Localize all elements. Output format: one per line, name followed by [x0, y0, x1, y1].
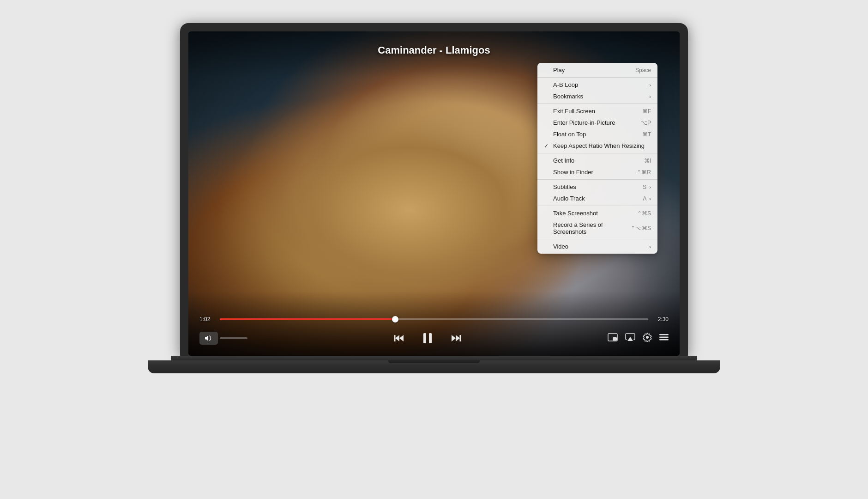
progress-row: 1:02 2:30 — [199, 316, 669, 323]
progress-fill — [220, 318, 395, 320]
svg-point-11 — [646, 336, 649, 339]
menu-item-subtitles[interactable]: Subtitles S › — [537, 181, 657, 193]
controls-bar: 1:02 2:30 — [188, 316, 680, 356]
current-time: 1:02 — [199, 316, 214, 323]
menu-label-picture-in-picture: Enter Picture-in-Picture — [553, 119, 615, 126]
previous-button[interactable] — [394, 333, 404, 343]
screen-bezel: Caminander - Llamigos Play Space — [180, 23, 688, 356]
menu-shortcut-record: ⌃⌥⌘S — [631, 225, 651, 231]
menu-item-ab-loop[interactable]: A-B Loop › — [537, 79, 657, 91]
menu-label-get-info: Get Info — [553, 157, 574, 164]
menu-section-loop: A-B Loop › Bookmarks › — [537, 77, 657, 103]
settings-button[interactable] — [643, 333, 652, 344]
menu-section-play: Play Space — [537, 63, 657, 77]
menu-section-video: Video › — [537, 239, 657, 254]
airplay-icon — [625, 333, 635, 341]
svg-rect-12 — [659, 334, 669, 335]
screen: Caminander - Llamigos Play Space — [188, 31, 680, 356]
next-button[interactable] — [451, 333, 461, 343]
menu-shortcut-pip: ⌥P — [641, 120, 651, 126]
menu-label-float-on-top: Float on Top — [553, 131, 586, 138]
menu-shortcut-info: ⌘I — [644, 158, 651, 164]
svg-rect-3 — [423, 333, 426, 343]
svg-rect-13 — [659, 336, 669, 338]
menu-item-take-screenshot[interactable]: Take Screenshot ⌃⌘S — [537, 207, 657, 219]
menu-label-record-screenshots: Record a Series of Screenshots — [553, 221, 631, 235]
playback-controls — [247, 328, 608, 348]
laptop-base — [148, 360, 720, 373]
pip-button[interactable] — [608, 333, 618, 344]
menu-shortcut-screenshot: ⌃⌘S — [637, 210, 651, 217]
progress-thumb[interactable] — [392, 316, 398, 323]
menu-shortcut-exit: ⌘F — [642, 108, 651, 115]
volume-slider[interactable] — [220, 337, 247, 339]
menu-item-video[interactable]: Video › — [537, 241, 657, 252]
menu-item-exit-full-screen[interactable]: Exit Full Screen ⌘F — [537, 105, 657, 117]
menu-shortcut-subtitles: S — [643, 184, 646, 190]
menu-checkmark-aspect: ✓ — [544, 143, 550, 149]
menu-item-play[interactable]: Play Space — [537, 64, 657, 76]
menu-item-record-screenshots[interactable]: Record a Series of Screenshots ⌃⌥⌘S — [537, 219, 657, 237]
next-icon — [451, 333, 461, 343]
menu-item-audio-track[interactable]: Audio Track A › — [537, 193, 657, 204]
menu-chevron-audio: › — [649, 196, 651, 201]
menu-shortcut-float: ⌘T — [642, 131, 651, 138]
menu-section-subtitles: Subtitles S › Audio Track A — [537, 179, 657, 206]
menu-item-float-on-top[interactable]: Float on Top ⌘T — [537, 128, 657, 140]
chapters-button[interactable] — [659, 333, 669, 344]
airplay-button[interactable] — [625, 333, 635, 344]
menu-shortcut-finder: ⌃⌘R — [637, 169, 651, 176]
svg-marker-2 — [399, 335, 404, 341]
laptop: Caminander - Llamigos Play Space — [157, 23, 711, 476]
menu-shortcut-play: Space — [635, 67, 651, 73]
svg-rect-9 — [613, 337, 617, 341]
menu-label-keep-aspect-ratio: Keep Aspect Ratio When Resizing — [553, 142, 645, 149]
menu-item-keep-aspect-ratio[interactable]: ✓ Keep Aspect Ratio When Resizing — [537, 140, 657, 152]
progress-track[interactable] — [220, 318, 648, 320]
menu-item-bookmarks[interactable]: Bookmarks › — [537, 91, 657, 102]
menu-item-get-info[interactable]: Get Info ⌘I — [537, 155, 657, 166]
svg-rect-14 — [659, 339, 669, 341]
volume-control — [199, 332, 247, 345]
svg-marker-7 — [452, 335, 456, 341]
svg-rect-6 — [460, 335, 461, 341]
previous-icon — [394, 333, 404, 343]
buttons-row — [199, 328, 669, 348]
svg-marker-0 — [395, 335, 399, 341]
pause-icon — [421, 332, 434, 345]
menu-shortcut-audio: A — [643, 195, 646, 202]
settings-icon — [643, 333, 652, 342]
menu-label-audio-track: Audio Track — [553, 195, 585, 202]
chapters-icon — [659, 333, 669, 341]
menu-item-picture-in-picture[interactable]: Enter Picture-in-Picture ⌥P — [537, 117, 657, 128]
menu-label-bookmarks: Bookmarks — [553, 93, 583, 100]
svg-rect-4 — [429, 333, 432, 343]
menu-section-screenshots: Take Screenshot ⌃⌘S Record a Series of S… — [537, 206, 657, 239]
pause-button[interactable] — [417, 328, 438, 348]
menu-chevron-ab: › — [649, 82, 651, 88]
menu-chevron-subtitles: › — [649, 184, 651, 190]
laptop-hinge — [171, 356, 697, 360]
volume-icon — [205, 335, 213, 341]
video-title: Caminander - Llamigos — [378, 44, 490, 56]
menu-item-show-in-finder[interactable]: Show in Finder ⌃⌘R — [537, 166, 657, 178]
svg-rect-1 — [394, 335, 396, 341]
menu-label-show-in-finder: Show in Finder — [553, 169, 593, 176]
menu-section-screen: Exit Full Screen ⌘F Enter Picture-in-Pic… — [537, 103, 657, 153]
svg-marker-5 — [456, 335, 460, 341]
menu-label-take-screenshot: Take Screenshot — [553, 210, 598, 217]
menu-section-info: Get Info ⌘I Show in Finder ⌃⌘R — [537, 153, 657, 179]
context-menu: Play Space A-B Loop › — [537, 63, 657, 254]
volume-button[interactable] — [199, 332, 218, 345]
total-time: 2:30 — [654, 316, 669, 323]
pip-icon — [608, 333, 618, 341]
menu-label-exit-full-screen: Exit Full Screen — [553, 108, 595, 115]
menu-label-ab-loop: A-B Loop — [553, 81, 578, 88]
right-controls — [608, 333, 669, 344]
menu-chevron-bookmarks: › — [649, 94, 651, 99]
menu-label-play: Play — [553, 67, 565, 73]
menu-label-subtitles: Subtitles — [553, 183, 576, 190]
svg-marker-10 — [627, 337, 633, 341]
menu-chevron-video: › — [649, 244, 651, 250]
menu-label-video: Video — [553, 243, 568, 250]
